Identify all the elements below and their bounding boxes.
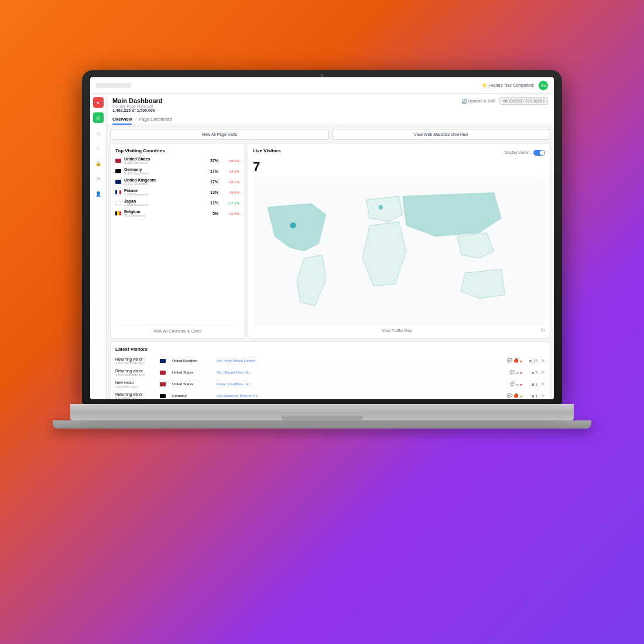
- tab-overview[interactable]: Overview: [112, 115, 132, 125]
- main-content: Main Dashboard Monthly Page Visits Left …: [107, 94, 554, 399]
- top-countries-card: Top Visiting Countries United States 4,9…: [110, 143, 245, 338]
- visitor-country-3: United States: [172, 382, 213, 386]
- visitor-icons-3: 💬 ● ●: [510, 382, 522, 386]
- visitor-country-4: Germany: [172, 394, 213, 398]
- country-sessions: 4,915 Sessions: [124, 161, 150, 165]
- visitor-action-1[interactable]: ⟳: [541, 358, 545, 364]
- date-range[interactable]: 06/13/2023 - 07/13/2023: [499, 97, 548, 105]
- country-item-jp: Japan 1,530 Sessions 11% +17.4%: [115, 199, 239, 207]
- visitor-icons-4: 💬 🍎 ●: [507, 393, 522, 398]
- laptop-base: [70, 404, 574, 420]
- sidebar-item-1[interactable]: △: [93, 128, 104, 138]
- svg-point-0: [290, 222, 296, 228]
- visitor-country-1: United Kingdom: [172, 359, 213, 362]
- sidebar: ● ◎ △ ☆ 🔒 ⚙ 👤: [90, 94, 107, 399]
- laptop-container: ⭐ Feature Tour Completed! Go ● ◎ △ ☆ 🔒: [82, 70, 562, 574]
- subtitle-value: 1,462,225 of 1,500,000: [112, 108, 163, 112]
- latest-visitors-card: Latest Visitors Returning visitor a few …: [110, 341, 550, 400]
- visitor-pages-2: 🖥 2: [526, 371, 537, 375]
- flag-gb: [115, 180, 121, 184]
- visitor-icons-1: 💬 🍎 ●: [507, 358, 522, 363]
- logo-area: [96, 83, 131, 88]
- visitor-country-2: United States: [172, 371, 213, 374]
- visitor-flag-3: [160, 382, 166, 386]
- country-item-us: United States 4,915 Sessions 37% -68.6%: [115, 157, 239, 165]
- visitor-type-4: Returning visitor 3 minutes ago: [115, 392, 156, 400]
- country-change: -68.6%: [222, 159, 239, 163]
- go-button[interactable]: Go: [539, 81, 548, 90]
- visitor-isp-2: Via: Google Fiber Inc.: [217, 371, 506, 374]
- visitor-action-2[interactable]: ⟳: [541, 370, 545, 375]
- flag-be: [115, 211, 121, 215]
- visitor-flag-2: [160, 371, 166, 375]
- flag-de: [115, 169, 121, 173]
- visitor-action-4[interactable]: ⟳: [541, 393, 545, 399]
- live-visitors-card: Live Visitors Display Visitor... 7: [248, 143, 550, 338]
- live-visitors-header: Live Visitors Display Visitor...: [253, 148, 545, 157]
- action-buttons: View All Page Visits View Web Statistics…: [110, 129, 550, 140]
- visitor-flag-4: [160, 394, 166, 398]
- live-visitors-title: Live Visitors: [253, 148, 280, 153]
- country-list: United States 4,915 Sessions 37% -68.6%: [115, 157, 239, 220]
- sidebar-item-4[interactable]: ⚙: [93, 173, 104, 184]
- screen-bezel: ⭐ Feature Tour Completed! Go ● ◎ △ ☆ 🔒: [82, 70, 562, 404]
- flag-jp: [115, 201, 121, 205]
- country-item-be: Belgium 721 Sessions 5% -21.4%: [115, 210, 239, 217]
- latest-visitors-title: Latest Visitors: [115, 347, 545, 352]
- flag-us: [115, 159, 121, 163]
- visitor-pages-3: 🖥 1: [526, 382, 537, 386]
- country-item-de: Germany 2,334 Sessions 17% -34.6%: [115, 167, 239, 175]
- flag-fr: [115, 190, 121, 194]
- title-block: Main Dashboard Monthly Page Visits Left …: [112, 97, 163, 112]
- main-two-col: Top Visiting Countries United States 4,9…: [110, 143, 550, 338]
- visitor-row-1: Returning visitor a few seconds ago Unit…: [115, 355, 545, 367]
- screen: ⭐ Feature Tour Completed! Go ● ◎ △ ☆ 🔒: [90, 77, 554, 399]
- visitor-list: Returning visitor a few seconds ago Unit…: [115, 355, 545, 400]
- sidebar-item-3[interactable]: 🔒: [93, 158, 104, 169]
- content-area: View All Page Visits View Web Statistics…: [107, 125, 554, 399]
- sidebar-item-5[interactable]: 👤: [93, 189, 104, 199]
- top-countries-title: Top Visiting Countries: [115, 148, 239, 153]
- subtitle-label: Monthly Page Visits Left: [112, 104, 163, 108]
- laptop-foot: [53, 420, 591, 429]
- visitor-flag-1: [160, 359, 166, 363]
- page-meta: 🔄 Updates in 3:48 06/13/2023 - 07/13/202…: [462, 97, 548, 105]
- camera-dot: [320, 74, 324, 77]
- display-visitor-label: Display Visitor...: [505, 150, 532, 155]
- sidebar-item-2[interactable]: ☆: [93, 143, 104, 153]
- world-map: [253, 177, 545, 326]
- visitor-action-3[interactable]: ⟳: [541, 382, 545, 387]
- page-title: Main Dashboard: [112, 97, 163, 104]
- toggle-switch[interactable]: [533, 150, 545, 156]
- visitor-isp-3: From: Cloudflare, Inc.: [217, 382, 506, 386]
- map-svg: [253, 177, 545, 326]
- visitor-type-1: Returning visitor a few seconds ago: [115, 357, 156, 365]
- visitor-pages-4: 🖥 1: [526, 394, 537, 398]
- view-page-visits-button[interactable]: View All Page Visits: [110, 129, 329, 140]
- visitor-row-4: Returning visitor 3 minutes ago Germany …: [115, 390, 545, 400]
- feature-tour-label: ⭐ Feature Tour Completed!: [482, 83, 534, 88]
- country-item-gb: United Kingdom 2,232 Sessions 17% -68.1%: [115, 178, 239, 186]
- svg-point-1: [379, 205, 383, 209]
- sidebar-item-analytics[interactable]: ◎: [93, 112, 104, 123]
- visitor-isp-4: Via: Deutsche Telekom AG: [217, 394, 503, 398]
- country-name: United States: [124, 157, 150, 161]
- dashboard-layout: ● ◎ △ ☆ 🔒 ⚙ 👤 Main Dashboard: [90, 94, 554, 399]
- country-item-fr: France 1,698 Sessions 13% -48.5%: [115, 189, 239, 196]
- visitor-type-3: New visitor a minutes ago: [115, 381, 156, 388]
- view-web-statistics-button[interactable]: View Web Statistics Overview: [332, 129, 551, 140]
- visitor-icons-2: 💬 ● ●: [510, 370, 522, 375]
- visitor-row-3: New visitor a minutes ago United States …: [115, 379, 545, 390]
- view-traffic-map: View Traffic Map ↻: [253, 328, 545, 333]
- live-count: 7: [253, 159, 545, 174]
- top-bar: ⭐ Feature Tour Completed! Go: [90, 77, 554, 94]
- title-row: Main Dashboard Monthly Page Visits Left …: [112, 97, 548, 112]
- visitor-row-2: Returning visitor a few seconds ago Unit…: [115, 367, 545, 379]
- tab-page-dashboard[interactable]: Page Dashboard: [139, 115, 172, 125]
- country-pct: 37%: [210, 159, 218, 163]
- view-all-countries[interactable]: View All Countries & Cities: [115, 325, 239, 333]
- visitor-isp-1: Via: Virgin Media Limited: [217, 359, 503, 362]
- visitor-pages-1: 🖥 15: [526, 359, 537, 363]
- sidebar-item-dashboard[interactable]: ●: [93, 97, 104, 108]
- display-visitor-toggle: Display Visitor...: [505, 150, 545, 156]
